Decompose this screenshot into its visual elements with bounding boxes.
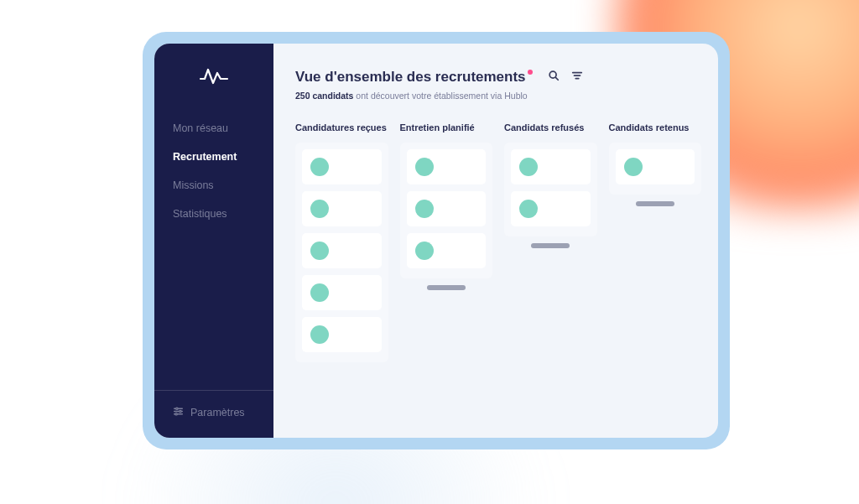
logo[interactable] <box>154 65 273 89</box>
page-header: Vue d'ensemble des recrutements <box>295 69 701 86</box>
kanban-board: Candidatures reçuesEntretien planifiéCan… <box>295 122 701 438</box>
tablet-frame: Mon réseau Recrutement Missions Statisti… <box>143 32 730 449</box>
page-title: Vue d'ensemble des recrutements <box>295 69 533 86</box>
avatar <box>415 200 434 218</box>
add-card-handle[interactable] <box>427 285 466 290</box>
candidate-card[interactable] <box>407 149 487 184</box>
sliders-icon <box>173 406 184 419</box>
candidate-card[interactable] <box>302 233 382 268</box>
search-icon <box>548 70 560 85</box>
kanban-column: Entretien planifié <box>400 122 493 438</box>
sidebar-item-recruitment[interactable]: Recrutement <box>173 151 273 163</box>
avatar <box>310 283 329 302</box>
avatar <box>415 242 434 260</box>
candidate-card[interactable] <box>302 149 382 184</box>
svg-point-1 <box>176 408 178 409</box>
avatar <box>519 158 538 176</box>
notification-dot <box>528 70 533 75</box>
search-button[interactable] <box>546 70 561 85</box>
svg-line-7 <box>555 78 558 81</box>
column-cards <box>295 143 388 362</box>
avatar <box>310 200 329 218</box>
avatar <box>310 325 329 344</box>
sidebar-footer: Paramètres <box>154 390 273 438</box>
add-card-handle[interactable] <box>636 201 674 206</box>
sidebar-item-statistics[interactable]: Statistiques <box>173 208 273 220</box>
subtitle-rest: ont découvert votre établissement via Hu… <box>353 91 527 101</box>
kanban-column: Candidatures reçues <box>295 122 388 438</box>
svg-point-5 <box>175 413 177 415</box>
sidebar: Mon réseau Recrutement Missions Statisti… <box>154 44 273 438</box>
page-title-text: Vue d'ensemble des recrutements <box>295 69 526 85</box>
column-cards <box>400 143 493 278</box>
column-cards <box>609 143 702 195</box>
avatar <box>624 158 643 176</box>
avatar <box>519 200 538 218</box>
avatar <box>310 158 329 176</box>
svg-point-6 <box>549 71 556 78</box>
filter-icon <box>571 70 583 85</box>
subtitle-count: 250 candidats <box>295 91 353 101</box>
column-cards <box>504 143 597 236</box>
column-header: Entretien planifié <box>400 122 493 132</box>
add-card-handle[interactable] <box>531 243 570 248</box>
candidate-card[interactable] <box>511 191 591 226</box>
pulse-icon <box>199 65 229 89</box>
column-header: Candidats retenus <box>609 122 702 132</box>
candidate-card[interactable] <box>302 317 382 352</box>
kanban-column: Candidats refusés <box>504 122 597 438</box>
candidate-card[interactable] <box>407 233 487 268</box>
page-subtitle: 250 candidats ont découvert votre établi… <box>295 91 701 101</box>
kanban-column: Candidats retenus <box>609 122 702 438</box>
column-header: Candidatures reçues <box>295 122 388 132</box>
screen: Mon réseau Recrutement Missions Statisti… <box>154 44 718 438</box>
avatar <box>415 158 434 176</box>
candidate-card[interactable] <box>407 191 487 226</box>
candidate-card[interactable] <box>302 275 382 310</box>
main-content: Vue d'ensemble des recrutements <box>273 44 718 438</box>
candidate-card[interactable] <box>616 149 695 184</box>
svg-point-3 <box>180 410 181 412</box>
candidate-card[interactable] <box>511 149 591 184</box>
sidebar-item-network[interactable]: Mon réseau <box>173 122 273 134</box>
settings-link-label: Paramètres <box>190 407 245 418</box>
filter-button[interactable] <box>570 70 585 85</box>
sidebar-nav: Mon réseau Recrutement Missions Statisti… <box>154 122 273 390</box>
avatar <box>310 242 329 260</box>
settings-link[interactable]: Paramètres <box>173 406 273 419</box>
column-header: Candidats refusés <box>504 122 597 132</box>
header-actions <box>546 70 585 85</box>
sidebar-item-missions[interactable]: Missions <box>173 179 273 191</box>
candidate-card[interactable] <box>302 191 382 226</box>
